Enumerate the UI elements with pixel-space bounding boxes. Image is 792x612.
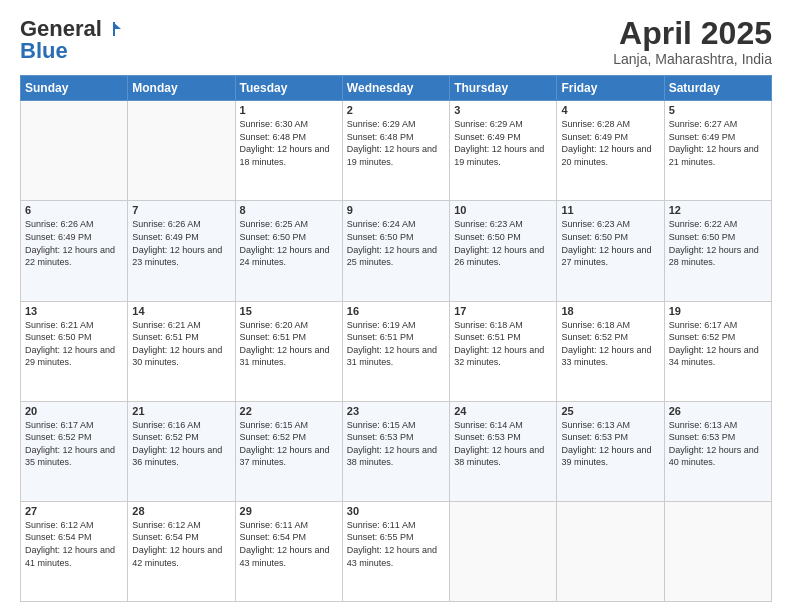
day-info: Sunrise: 6:14 AM Sunset: 6:53 PM Dayligh… bbox=[454, 419, 552, 469]
day-number: 24 bbox=[454, 405, 552, 417]
day-info: Sunrise: 6:25 AM Sunset: 6:50 PM Dayligh… bbox=[240, 218, 338, 268]
calendar-cell: 10Sunrise: 6:23 AM Sunset: 6:50 PM Dayli… bbox=[450, 201, 557, 301]
weekday-header-thursday: Thursday bbox=[450, 76, 557, 101]
day-number: 8 bbox=[240, 204, 338, 216]
day-info: Sunrise: 6:24 AM Sunset: 6:50 PM Dayligh… bbox=[347, 218, 445, 268]
calendar-cell: 12Sunrise: 6:22 AM Sunset: 6:50 PM Dayli… bbox=[664, 201, 771, 301]
day-number: 26 bbox=[669, 405, 767, 417]
day-number: 5 bbox=[669, 104, 767, 116]
day-info: Sunrise: 6:12 AM Sunset: 6:54 PM Dayligh… bbox=[132, 519, 230, 569]
day-number: 10 bbox=[454, 204, 552, 216]
weekday-header-saturday: Saturday bbox=[664, 76, 771, 101]
day-number: 23 bbox=[347, 405, 445, 417]
calendar-cell bbox=[128, 101, 235, 201]
calendar-cell bbox=[664, 501, 771, 601]
calendar-cell: 28Sunrise: 6:12 AM Sunset: 6:54 PM Dayli… bbox=[128, 501, 235, 601]
day-info: Sunrise: 6:30 AM Sunset: 6:48 PM Dayligh… bbox=[240, 118, 338, 168]
day-number: 22 bbox=[240, 405, 338, 417]
calendar-cell: 5Sunrise: 6:27 AM Sunset: 6:49 PM Daylig… bbox=[664, 101, 771, 201]
weekday-header-friday: Friday bbox=[557, 76, 664, 101]
day-number: 14 bbox=[132, 305, 230, 317]
day-info: Sunrise: 6:15 AM Sunset: 6:53 PM Dayligh… bbox=[347, 419, 445, 469]
day-info: Sunrise: 6:12 AM Sunset: 6:54 PM Dayligh… bbox=[25, 519, 123, 569]
day-info: Sunrise: 6:21 AM Sunset: 6:51 PM Dayligh… bbox=[132, 319, 230, 369]
calendar-cell: 16Sunrise: 6:19 AM Sunset: 6:51 PM Dayli… bbox=[342, 301, 449, 401]
calendar-cell: 27Sunrise: 6:12 AM Sunset: 6:54 PM Dayli… bbox=[21, 501, 128, 601]
day-info: Sunrise: 6:13 AM Sunset: 6:53 PM Dayligh… bbox=[669, 419, 767, 469]
day-number: 7 bbox=[132, 204, 230, 216]
header: General Blue April 2025 Lanja, Maharasht… bbox=[20, 16, 772, 67]
calendar-cell: 13Sunrise: 6:21 AM Sunset: 6:50 PM Dayli… bbox=[21, 301, 128, 401]
day-number: 9 bbox=[347, 204, 445, 216]
day-info: Sunrise: 6:28 AM Sunset: 6:49 PM Dayligh… bbox=[561, 118, 659, 168]
calendar-cell: 24Sunrise: 6:14 AM Sunset: 6:53 PM Dayli… bbox=[450, 401, 557, 501]
day-info: Sunrise: 6:26 AM Sunset: 6:49 PM Dayligh… bbox=[25, 218, 123, 268]
day-number: 3 bbox=[454, 104, 552, 116]
location: Lanja, Maharashtra, India bbox=[613, 51, 772, 67]
day-number: 2 bbox=[347, 104, 445, 116]
day-number: 15 bbox=[240, 305, 338, 317]
day-number: 27 bbox=[25, 505, 123, 517]
day-number: 12 bbox=[669, 204, 767, 216]
title-block: April 2025 Lanja, Maharashtra, India bbox=[613, 16, 772, 67]
day-info: Sunrise: 6:21 AM Sunset: 6:50 PM Dayligh… bbox=[25, 319, 123, 369]
day-number: 6 bbox=[25, 204, 123, 216]
day-number: 17 bbox=[454, 305, 552, 317]
day-number: 11 bbox=[561, 204, 659, 216]
calendar-cell bbox=[21, 101, 128, 201]
weekday-header-wednesday: Wednesday bbox=[342, 76, 449, 101]
day-number: 21 bbox=[132, 405, 230, 417]
page: General Blue April 2025 Lanja, Maharasht… bbox=[0, 0, 792, 612]
day-info: Sunrise: 6:27 AM Sunset: 6:49 PM Dayligh… bbox=[669, 118, 767, 168]
calendar-week-row: 20Sunrise: 6:17 AM Sunset: 6:52 PM Dayli… bbox=[21, 401, 772, 501]
logo-icon bbox=[104, 20, 122, 38]
calendar-week-row: 6Sunrise: 6:26 AM Sunset: 6:49 PM Daylig… bbox=[21, 201, 772, 301]
calendar-week-row: 1Sunrise: 6:30 AM Sunset: 6:48 PM Daylig… bbox=[21, 101, 772, 201]
day-number: 25 bbox=[561, 405, 659, 417]
calendar-cell: 1Sunrise: 6:30 AM Sunset: 6:48 PM Daylig… bbox=[235, 101, 342, 201]
calendar-cell bbox=[557, 501, 664, 601]
calendar-cell bbox=[450, 501, 557, 601]
calendar-cell: 14Sunrise: 6:21 AM Sunset: 6:51 PM Dayli… bbox=[128, 301, 235, 401]
day-info: Sunrise: 6:26 AM Sunset: 6:49 PM Dayligh… bbox=[132, 218, 230, 268]
day-info: Sunrise: 6:29 AM Sunset: 6:49 PM Dayligh… bbox=[454, 118, 552, 168]
calendar-cell: 15Sunrise: 6:20 AM Sunset: 6:51 PM Dayli… bbox=[235, 301, 342, 401]
calendar-cell: 30Sunrise: 6:11 AM Sunset: 6:55 PM Dayli… bbox=[342, 501, 449, 601]
calendar-cell: 19Sunrise: 6:17 AM Sunset: 6:52 PM Dayli… bbox=[664, 301, 771, 401]
month-title: April 2025 bbox=[613, 16, 772, 51]
day-number: 20 bbox=[25, 405, 123, 417]
calendar-cell: 21Sunrise: 6:16 AM Sunset: 6:52 PM Dayli… bbox=[128, 401, 235, 501]
day-number: 1 bbox=[240, 104, 338, 116]
calendar-week-row: 13Sunrise: 6:21 AM Sunset: 6:50 PM Dayli… bbox=[21, 301, 772, 401]
weekday-header-monday: Monday bbox=[128, 76, 235, 101]
weekday-header-tuesday: Tuesday bbox=[235, 76, 342, 101]
weekday-header-sunday: Sunday bbox=[21, 76, 128, 101]
day-info: Sunrise: 6:11 AM Sunset: 6:55 PM Dayligh… bbox=[347, 519, 445, 569]
calendar-cell: 29Sunrise: 6:11 AM Sunset: 6:54 PM Dayli… bbox=[235, 501, 342, 601]
day-info: Sunrise: 6:23 AM Sunset: 6:50 PM Dayligh… bbox=[561, 218, 659, 268]
day-info: Sunrise: 6:20 AM Sunset: 6:51 PM Dayligh… bbox=[240, 319, 338, 369]
day-number: 29 bbox=[240, 505, 338, 517]
day-number: 4 bbox=[561, 104, 659, 116]
day-info: Sunrise: 6:18 AM Sunset: 6:51 PM Dayligh… bbox=[454, 319, 552, 369]
day-info: Sunrise: 6:23 AM Sunset: 6:50 PM Dayligh… bbox=[454, 218, 552, 268]
calendar-cell: 17Sunrise: 6:18 AM Sunset: 6:51 PM Dayli… bbox=[450, 301, 557, 401]
calendar-cell: 2Sunrise: 6:29 AM Sunset: 6:48 PM Daylig… bbox=[342, 101, 449, 201]
day-info: Sunrise: 6:17 AM Sunset: 6:52 PM Dayligh… bbox=[669, 319, 767, 369]
calendar-cell: 3Sunrise: 6:29 AM Sunset: 6:49 PM Daylig… bbox=[450, 101, 557, 201]
calendar-cell: 4Sunrise: 6:28 AM Sunset: 6:49 PM Daylig… bbox=[557, 101, 664, 201]
day-info: Sunrise: 6:16 AM Sunset: 6:52 PM Dayligh… bbox=[132, 419, 230, 469]
day-number: 16 bbox=[347, 305, 445, 317]
day-info: Sunrise: 6:22 AM Sunset: 6:50 PM Dayligh… bbox=[669, 218, 767, 268]
logo: General Blue bbox=[20, 16, 122, 64]
calendar-cell: 22Sunrise: 6:15 AM Sunset: 6:52 PM Dayli… bbox=[235, 401, 342, 501]
calendar-cell: 26Sunrise: 6:13 AM Sunset: 6:53 PM Dayli… bbox=[664, 401, 771, 501]
calendar-cell: 6Sunrise: 6:26 AM Sunset: 6:49 PM Daylig… bbox=[21, 201, 128, 301]
day-number: 13 bbox=[25, 305, 123, 317]
day-info: Sunrise: 6:11 AM Sunset: 6:54 PM Dayligh… bbox=[240, 519, 338, 569]
day-info: Sunrise: 6:17 AM Sunset: 6:52 PM Dayligh… bbox=[25, 419, 123, 469]
calendar-cell: 23Sunrise: 6:15 AM Sunset: 6:53 PM Dayli… bbox=[342, 401, 449, 501]
calendar-cell: 11Sunrise: 6:23 AM Sunset: 6:50 PM Dayli… bbox=[557, 201, 664, 301]
calendar-cell: 18Sunrise: 6:18 AM Sunset: 6:52 PM Dayli… bbox=[557, 301, 664, 401]
day-info: Sunrise: 6:18 AM Sunset: 6:52 PM Dayligh… bbox=[561, 319, 659, 369]
